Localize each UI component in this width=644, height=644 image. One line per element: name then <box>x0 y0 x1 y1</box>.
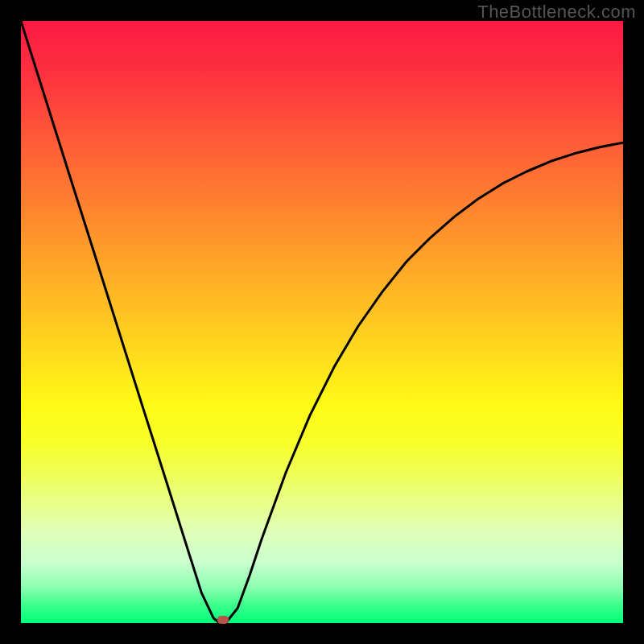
attribution-text: TheBottleneck.com <box>477 2 636 23</box>
minimum-marker <box>217 616 229 624</box>
plot-frame <box>21 21 623 623</box>
bottleneck-curve <box>21 21 623 623</box>
